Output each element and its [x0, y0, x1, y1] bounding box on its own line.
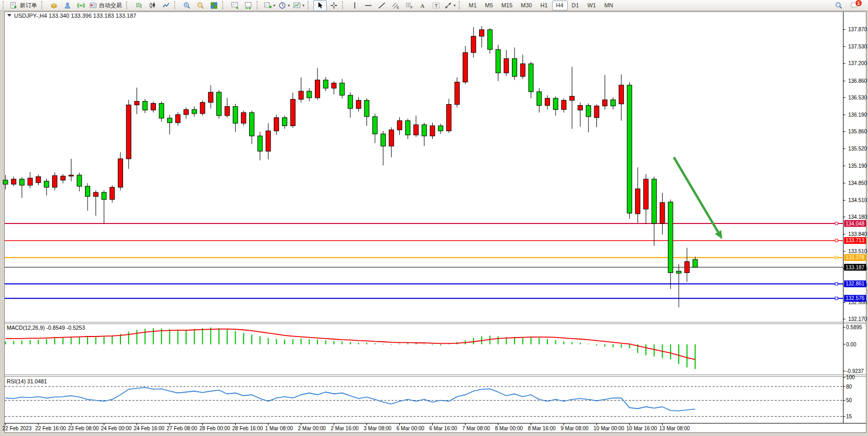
vertical-line-button[interactable]	[348, 0, 361, 11]
auto-trading-button[interactable]: 自动交易	[88, 0, 125, 11]
horizontal-line-button[interactable]	[361, 0, 375, 11]
search-icon[interactable]	[835, 2, 843, 9]
timeframe-w1-button[interactable]: W1	[583, 1, 601, 10]
time-axis-label: 10 Mar 16:00	[627, 426, 657, 431]
timeframe-m1-button[interactable]: M1	[464, 1, 481, 10]
fibonacci-button[interactable]: F	[402, 0, 415, 11]
candle-body	[135, 102, 139, 105]
price-line-label: 132.576	[844, 295, 866, 302]
text-button[interactable]: A	[415, 0, 429, 11]
signals-button[interactable]	[74, 0, 88, 11]
zoom-out-button[interactable]	[193, 0, 207, 11]
macd-axis-label: 0.00	[846, 342, 857, 347]
time-axis-label: 23 Feb 08:00	[68, 426, 99, 431]
candle-body	[389, 130, 394, 146]
candle-body	[28, 178, 32, 185]
toolbar-separator	[256, 1, 261, 9]
candle-body	[200, 103, 205, 114]
candle-body	[512, 59, 517, 77]
price-axis-label: 136.190	[848, 112, 867, 118]
market-button[interactable]	[47, 0, 60, 11]
timeframe-m5-button[interactable]: M5	[481, 1, 497, 10]
price-axis-label: 132.170	[848, 316, 867, 322]
toolbar-separator	[126, 1, 130, 9]
chart-bars-button[interactable]	[132, 0, 145, 11]
candle-body	[3, 180, 8, 184]
candle-body	[192, 109, 197, 114]
svg-text:F: F	[410, 6, 412, 9]
line-handle[interactable]	[835, 239, 838, 242]
macd-axis-label: 0.5895	[846, 325, 862, 330]
tile-windows-button[interactable]	[207, 0, 221, 11]
line-handle[interactable]	[835, 297, 838, 300]
price-line-label: 134.048	[844, 220, 866, 227]
line-handle[interactable]	[835, 222, 838, 225]
trendline-button[interactable]	[375, 0, 388, 11]
candle-body	[126, 105, 131, 158]
arrows-button[interactable]: ▾	[443, 0, 457, 11]
chart-title: USDJPY-,H4 133.340 133.396 133.183 133.1…	[7, 13, 136, 19]
candle-body	[627, 85, 632, 213]
price-axis-label: 133.510	[848, 248, 867, 254]
chart-line-button[interactable]	[159, 0, 173, 11]
time-axis-label: 22 Feb 2023	[3, 426, 32, 431]
price-axis-label: 136.860	[848, 78, 867, 84]
candle-body	[586, 105, 591, 116]
template-button[interactable]: ▾	[291, 0, 306, 11]
timeframe-h4-button[interactable]: H4	[552, 1, 568, 10]
community-button[interactable]	[60, 0, 74, 11]
price-axis-label: 133.840	[848, 231, 867, 237]
cursor-button[interactable]	[313, 0, 327, 11]
timeframe-mn-button[interactable]: MN	[600, 1, 617, 10]
candle-body	[619, 85, 624, 104]
line-handle[interactable]	[835, 282, 838, 285]
time-axis-label: 27 Feb 08:00	[167, 426, 198, 431]
line-handle[interactable]	[835, 256, 838, 259]
auto-scroll-button[interactable]	[228, 0, 241, 11]
new-chart-icon	[264, 2, 272, 9]
candle-body	[266, 131, 271, 151]
notifications-icon[interactable]: 1	[850, 2, 859, 9]
candle-body	[684, 261, 689, 272]
candle-body	[233, 106, 238, 123]
svg-text:E: E	[397, 6, 399, 9]
time-axis-label: 2 Mar 00:00	[298, 426, 326, 431]
candle-body	[561, 101, 566, 110]
svg-text:A: A	[420, 2, 425, 8]
timeframe-h1-button[interactable]: H1	[536, 1, 552, 10]
timeframe-m15-button[interactable]: M15	[497, 1, 517, 10]
autoscroll-icon	[231, 2, 239, 9]
status-bar	[0, 433, 868, 436]
new-order-button-label: 新订单	[19, 2, 38, 9]
candle-body	[110, 188, 115, 200]
rsi-axis-label: 80	[846, 384, 852, 390]
chart-candles-button[interactable]	[145, 0, 159, 11]
svg-text:132.576: 132.576	[846, 295, 865, 301]
price-axis-label: 137.200	[848, 60, 867, 66]
chart-shift-button[interactable]	[241, 0, 255, 11]
time-axis-label: 6 Mar 00:00	[397, 426, 425, 431]
candle-body	[44, 181, 49, 188]
period-button[interactable]: ▾	[277, 0, 291, 11]
candle-body	[373, 117, 377, 134]
candle-body	[315, 80, 320, 98]
price-line-label: 133.713	[844, 237, 866, 244]
candle-body	[693, 259, 698, 267]
auto-trading-icon	[89, 2, 97, 9]
label-button[interactable]: T	[429, 0, 443, 11]
candle-body	[414, 124, 419, 135]
zoom-in-button[interactable]	[180, 0, 193, 11]
toolbar-separator	[308, 1, 312, 9]
new-order-button[interactable]: 新订单	[8, 0, 40, 11]
chevron-down-icon: ▾	[288, 3, 290, 8]
candle-body	[652, 179, 656, 223]
channel-button[interactable]: E	[388, 0, 402, 11]
candle-body	[447, 104, 451, 131]
crosshair-button[interactable]	[327, 0, 340, 11]
candle-body	[323, 80, 328, 89]
timeframe-m30-button[interactable]: M30	[517, 1, 536, 10]
new-chart-button[interactable]: ▾	[262, 0, 277, 11]
toolbar-buttons: 新订单自动交易▾▾▾EFAT▾	[1, 0, 464, 11]
candle-body	[151, 103, 156, 110]
timeframe-d1-button[interactable]: D1	[568, 1, 583, 10]
